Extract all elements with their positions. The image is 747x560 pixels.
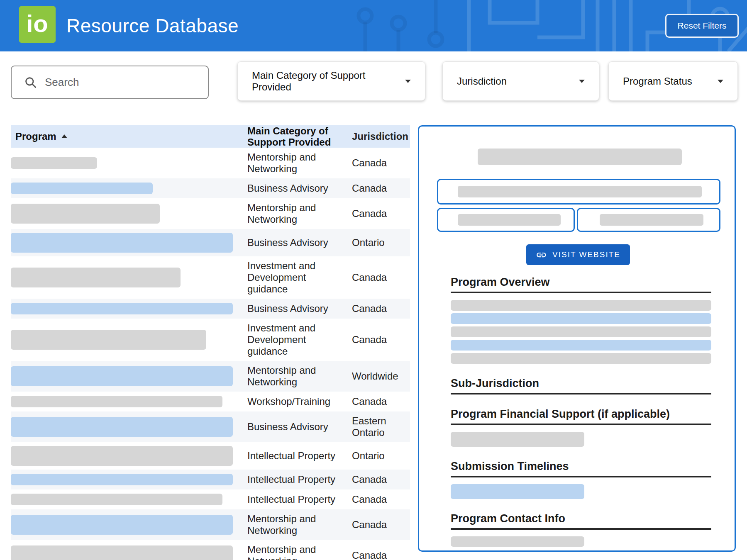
jurisdiction-cell: Canada	[352, 208, 410, 219]
redacted-text	[451, 300, 711, 311]
detail-section: Program Financial Support (if applicable…	[451, 408, 711, 447]
redacted-text	[451, 353, 711, 364]
visit-website-label: VISIT WEBSITE	[552, 250, 620, 259]
table-row[interactable]: Mentorship and Networking Canada	[11, 198, 410, 229]
redacted-text	[451, 536, 584, 547]
redacted-link-underline	[453, 550, 570, 552]
chevron-down-icon	[405, 80, 411, 83]
table-row[interactable]: Business Advisory Canada	[11, 178, 410, 198]
jurisdiction-cell: Canada	[352, 183, 410, 194]
reset-filters-button[interactable]: Reset Filters	[665, 14, 739, 38]
section-heading: Program Financial Support (if applicable…	[451, 408, 711, 425]
table-row[interactable]: Business Advisory Eastern Ontario	[11, 411, 410, 442]
section-heading: Sub-Jurisdiction	[451, 377, 711, 394]
table-row[interactable]: Investment and Development guidance Cana…	[11, 319, 410, 361]
redacted-program-name	[11, 183, 153, 194]
program-cell	[11, 268, 247, 287]
program-cell	[11, 446, 247, 466]
table-row[interactable]: Business Advisory Canada	[11, 299, 410, 319]
redacted-program-name	[11, 268, 181, 287]
redacted-text	[600, 214, 703, 226]
redacted-program-name	[11, 446, 233, 466]
redacted-program-name	[11, 474, 233, 485]
detail-sections: Program Overview Sub-Jurisdiction Progra…	[451, 276, 711, 552]
program-cell	[11, 366, 247, 386]
redacted-text	[458, 186, 702, 197]
redacted-program-name	[11, 204, 160, 224]
page-title: Resource Database	[66, 0, 239, 51]
detail-section: Program Overview	[451, 276, 711, 364]
dropdown-label: Program Status	[623, 75, 692, 87]
detail-info-box-full	[437, 179, 720, 205]
column-header-category: Main Category of Support Provided	[247, 125, 352, 148]
category-cell: Intellectual Property	[247, 474, 352, 485]
redacted-text	[451, 340, 711, 351]
redacted-text	[458, 214, 561, 226]
section-content	[451, 536, 711, 552]
table-row[interactable]: Intellectual Property Ontario	[11, 442, 410, 470]
redacted-program-title	[478, 149, 682, 165]
redacted-text	[451, 484, 584, 499]
search-box[interactable]	[11, 66, 209, 99]
section-heading: Program Contact Info	[451, 512, 711, 530]
chevron-down-icon	[718, 80, 723, 83]
jurisdiction-cell: Canada	[352, 494, 410, 505]
program-cell	[11, 417, 247, 437]
column-header-label: Program	[15, 131, 56, 142]
jurisdiction-cell: Canada	[352, 474, 410, 485]
jurisdiction-cell: Canada	[352, 519, 410, 531]
program-cell	[11, 303, 247, 314]
category-cell: Business Advisory	[247, 183, 352, 194]
category-cell: Investment and Development guidance	[247, 322, 352, 357]
jurisdiction-cell: Eastern Ontario	[352, 415, 410, 438]
category-cell: Mentorship and Networking	[247, 151, 352, 175]
jurisdiction-cell: Canada	[352, 272, 410, 283]
table-row[interactable]: Mentorship and Networking Canada	[11, 148, 410, 178]
program-cell	[11, 157, 247, 169]
table-row[interactable]: Mentorship and Networking Canada	[11, 509, 410, 540]
program-table: Program Main Category of Support Provide…	[11, 125, 410, 560]
filter-main-category-dropdown[interactable]: Main Category of Support Provided	[237, 61, 425, 101]
chevron-down-icon	[579, 80, 585, 83]
redacted-program-name	[11, 396, 222, 407]
program-cell	[11, 204, 247, 224]
detail-section: Submission Timelines	[451, 460, 711, 499]
category-cell: Mentorship and Networking	[247, 365, 352, 388]
detail-section: Sub-Jurisdiction	[451, 377, 711, 394]
table-row[interactable]: Workshop/Training Canada	[11, 392, 410, 411]
table-row[interactable]: Intellectual Property Canada	[11, 470, 410, 489]
category-cell: Workshop/Training	[247, 396, 352, 407]
detail-info-box-right	[577, 208, 720, 232]
table-row[interactable]: Mentorship and Networking Canada	[11, 540, 410, 560]
redacted-text	[451, 313, 711, 324]
logo-text: io	[26, 10, 49, 37]
jurisdiction-cell: Ontario	[352, 450, 410, 462]
app-header: io Resource Database Reset Filters	[0, 0, 747, 51]
table-row[interactable]: Business Advisory Ontario	[11, 229, 410, 256]
filter-jurisdiction-dropdown[interactable]: Jurisdiction	[442, 61, 599, 101]
table-row[interactable]: Intellectual Property Canada	[11, 489, 410, 509]
jurisdiction-cell: Canada	[352, 157, 410, 169]
filter-program-status-dropdown[interactable]: Program Status	[608, 61, 738, 101]
column-header-jurisdiction: Jurisdiction	[352, 131, 410, 142]
category-cell: Business Advisory	[247, 421, 352, 433]
dropdown-label: Main Category of Support Provided	[252, 70, 397, 93]
app-logo: io	[19, 6, 56, 43]
table-header-row: Program Main Category of Support Provide…	[11, 125, 410, 148]
link-icon	[536, 249, 547, 261]
section-content	[451, 432, 711, 447]
redacted-program-name	[11, 233, 233, 253]
category-cell: Mentorship and Networking	[247, 544, 352, 560]
table-row[interactable]: Mentorship and Networking Worldwide	[11, 361, 410, 392]
table-row[interactable]: Investment and Development guidance Cana…	[11, 256, 410, 299]
redacted-program-name	[11, 303, 233, 314]
redacted-program-name	[11, 545, 233, 560]
category-cell: Business Advisory	[247, 303, 352, 314]
program-cell	[11, 494, 247, 505]
section-content	[451, 300, 711, 364]
column-header-program[interactable]: Program	[11, 131, 247, 142]
search-input[interactable]	[44, 75, 200, 89]
visit-website-button[interactable]: VISIT WEBSITE	[526, 244, 630, 265]
section-heading: Submission Timelines	[451, 460, 711, 477]
program-cell	[11, 396, 247, 407]
